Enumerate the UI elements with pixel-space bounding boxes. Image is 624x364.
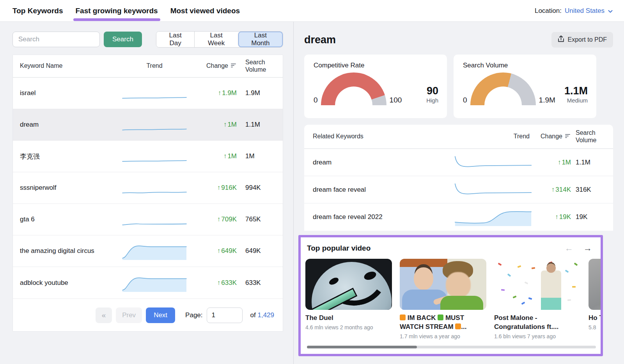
trend-sparkline bbox=[120, 210, 189, 228]
sort-icon[interactable] bbox=[231, 62, 237, 69]
col-search-volume: Search Volume bbox=[571, 129, 604, 144]
carousel-right-arrow-icon[interactable]: → bbox=[583, 243, 592, 253]
carousel-left-arrow-icon[interactable]: ← bbox=[565, 243, 573, 253]
gauge-min-label: 0 bbox=[463, 96, 467, 105]
related-row[interactable]: dream face reveal ↑314K 316K bbox=[304, 176, 613, 203]
carousel-scrollbar[interactable] bbox=[307, 346, 596, 348]
video-title-text: ... bbox=[461, 323, 466, 330]
keyword-name: dream bbox=[313, 159, 452, 166]
keyword-name: israel bbox=[20, 89, 120, 97]
video-thumbnail[interactable]: vevo bbox=[494, 259, 581, 310]
gauge-chart bbox=[321, 72, 386, 105]
change-value: ↑1.9M bbox=[189, 89, 237, 97]
keyword-name: gta 6 bbox=[20, 216, 120, 223]
video-card[interactable]: vevo Post Malone - Congratulations ft...… bbox=[494, 259, 581, 339]
first-page-button[interactable]: « bbox=[96, 307, 112, 323]
keyword-name: dream bbox=[20, 121, 120, 129]
video-title-text: Post Malone - Congratulations ft.... bbox=[494, 314, 558, 330]
video-carousel: The Duel 4.6 mln views 2 months ago IM B… bbox=[305, 259, 601, 339]
gauge-card: Competitive Rate 0 100 90 High bbox=[304, 55, 447, 118]
table-row[interactable]: sssniperwolf ↑916K 994K bbox=[13, 172, 283, 204]
video-card[interactable]: The Duel 4.6 mln views 2 months ago bbox=[305, 259, 392, 339]
table-row[interactable]: dream ↑1M 1.1M bbox=[13, 109, 283, 141]
video-card[interactable]: IM BACK MUST WATCH STREAM ... 1.7 mln vi… bbox=[400, 259, 486, 339]
search-input[interactable] bbox=[12, 32, 100, 47]
trend-sparkline bbox=[120, 147, 189, 165]
search-volume-value: 1M bbox=[237, 152, 276, 160]
video-thumbnail[interactable] bbox=[400, 259, 486, 310]
table-row[interactable]: israel ↑1.9M 1.9M bbox=[13, 78, 283, 109]
change-value: ↑19K bbox=[534, 213, 571, 221]
keyword-name: dream face reveal bbox=[313, 186, 452, 194]
video-thumbnail[interactable] bbox=[305, 259, 392, 310]
video-meta: 1.7 mln views a year ago bbox=[400, 333, 486, 339]
table-row[interactable]: adblock youtube ↑633K 633K bbox=[13, 267, 283, 299]
keywords-panel: Search Last DayLast WeekLast Month Keywo… bbox=[0, 22, 294, 364]
table-row[interactable]: gta 6 ↑709K 765K bbox=[13, 204, 283, 235]
video-thumbnail[interactable] bbox=[589, 259, 601, 310]
related-header: Related Keywords Trend Change Search Vol… bbox=[304, 125, 613, 149]
gauge-value: 90 bbox=[426, 85, 438, 97]
location-label: Location: bbox=[535, 7, 562, 15]
change-value: ↑1M bbox=[534, 159, 571, 166]
of-label: of bbox=[250, 311, 256, 319]
video-title: Post Malone - Congratulations ft.... bbox=[494, 314, 581, 332]
change-value: ↑709K bbox=[189, 216, 237, 223]
search-volume-value: 316K bbox=[571, 186, 604, 194]
col-trend: Trend bbox=[120, 62, 189, 69]
keyword-detail-panel: dream Export to PDF Competitive Rate 0 1… bbox=[294, 22, 624, 364]
sort-icon[interactable] bbox=[565, 133, 571, 140]
video-title: The Duel bbox=[305, 314, 392, 323]
change-value: ↑1M bbox=[189, 121, 237, 129]
related-row[interactable]: dream face reveal 2022 ↑19K 19K bbox=[304, 203, 613, 231]
carousel-scrollbar-thumb[interactable] bbox=[307, 346, 417, 348]
trend-sparkline bbox=[452, 208, 534, 226]
col-change: Change bbox=[189, 62, 237, 69]
gauge-value: 1.1M bbox=[564, 85, 588, 97]
table-controls: Search Last DayLast WeekLast Month bbox=[12, 31, 283, 48]
tab-label: Fast growing keywords bbox=[76, 7, 158, 15]
col-change-label: Change bbox=[541, 133, 562, 140]
related-row[interactable]: dream ↑1M 1.1M bbox=[304, 149, 613, 176]
location-value[interactable]: United States bbox=[565, 7, 604, 15]
gauge-title: Competitive Rate bbox=[314, 62, 438, 69]
gauge-title: Search Volume bbox=[463, 62, 588, 69]
tab-label: Most viewed videos bbox=[170, 7, 240, 15]
tab-label: Top Keywords bbox=[12, 7, 63, 15]
related-keywords-table: Related Keywords Trend Change Search Vol… bbox=[304, 125, 613, 231]
keyword-name: the amazing digital circus bbox=[20, 247, 120, 255]
location-selector[interactable]: Location: United States bbox=[535, 7, 612, 15]
export-pdf-button[interactable]: Export to PDF bbox=[551, 32, 613, 48]
trend-sparkline bbox=[120, 274, 189, 292]
page-input[interactable] bbox=[207, 307, 243, 323]
time-filter-button[interactable]: Last Day bbox=[156, 32, 195, 47]
table-row[interactable]: 李克强 ↑1M 1M bbox=[13, 141, 283, 172]
trend-sparkline bbox=[120, 242, 189, 260]
up-arrow-icon: ↑ bbox=[223, 152, 227, 160]
next-page-button[interactable]: Next bbox=[146, 307, 175, 323]
up-arrow-icon: ↑ bbox=[558, 159, 561, 166]
main-tab-0[interactable]: Top Keywords bbox=[12, 0, 63, 21]
gauge-chart bbox=[470, 72, 536, 105]
main-tab-1[interactable]: Fast growing keywords bbox=[76, 0, 158, 21]
search-button[interactable]: Search bbox=[104, 32, 142, 47]
search-volume-value: 1.1M bbox=[237, 121, 276, 129]
change-value: ↑916K bbox=[189, 184, 237, 192]
gauge-max-label: 100 bbox=[390, 96, 402, 105]
main-tab-2[interactable]: Most viewed videos bbox=[170, 0, 240, 21]
export-icon bbox=[558, 35, 564, 44]
gauge-max-label: 1.9M bbox=[539, 96, 555, 105]
up-arrow-icon: ↑ bbox=[217, 184, 221, 191]
time-filter-button[interactable]: Last Month bbox=[238, 32, 283, 47]
up-arrow-icon: ↑ bbox=[217, 216, 221, 223]
export-label: Export to PDF bbox=[568, 36, 607, 43]
table-row[interactable]: the amazing digital circus ↑649K 649K bbox=[13, 235, 283, 267]
up-arrow-icon: ↑ bbox=[218, 89, 222, 97]
gauge-card: Search Volume 0 1.9M 1.1M Medium bbox=[454, 55, 596, 118]
keywords-table: Keyword Name Trend Change Search Volume … bbox=[12, 55, 283, 332]
prev-page-button[interactable]: Prev bbox=[116, 307, 142, 323]
time-filter-button[interactable]: Last Week bbox=[194, 32, 238, 47]
top-popular-video-section: Top popular video ← → The Duel 4.6 mln v… bbox=[298, 235, 603, 356]
trend-sparkline bbox=[452, 181, 534, 199]
video-card[interactable]: Ho TO 5.8 bbox=[589, 259, 601, 339]
